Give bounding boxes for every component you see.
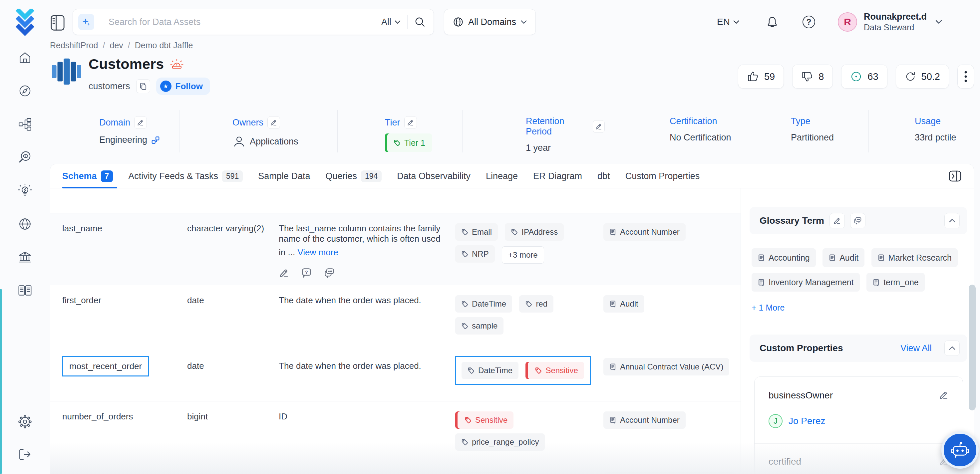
sidebar-toggle-icon[interactable] <box>50 14 65 30</box>
more-actions-button[interactable] <box>957 65 974 89</box>
edit-property-icon[interactable] <box>939 390 949 400</box>
tab-custom-properties[interactable]: Custom Properties <box>625 171 700 181</box>
glossary-term-chip[interactable]: Account Number <box>603 412 686 429</box>
table-row[interactable]: first_order date The date when the order… <box>50 285 741 346</box>
collapse-glossary-button[interactable] <box>944 213 960 228</box>
glossary-term-chip[interactable]: Market Research <box>872 248 958 267</box>
tag-chip[interactable]: NRP <box>455 245 495 262</box>
sensitive-tag-chip[interactable]: Sensitive <box>455 412 514 429</box>
observability-search-eye-icon[interactable] <box>18 150 33 165</box>
request-description-icon[interactable] <box>301 268 312 278</box>
chevron-down-icon[interactable] <box>935 20 942 24</box>
insights-bulb-icon[interactable] <box>18 183 33 199</box>
table-row[interactable]: last_name character varying(2) The last_… <box>50 213 741 285</box>
glossary-term-chip[interactable]: Inventory Management <box>752 273 860 291</box>
tab-sample-data[interactable]: Sample Data <box>258 171 310 181</box>
owners-value[interactable]: Applications <box>250 137 298 147</box>
table-row[interactable]: number_of_orders bigint ID Sensitive pri… <box>50 401 741 462</box>
edit-domain-button[interactable] <box>134 116 147 129</box>
user-info[interactable]: Rounakpreet.d Data Steward <box>864 11 927 33</box>
user-avatar[interactable]: R <box>838 12 857 32</box>
edit-owners-button[interactable] <box>267 116 280 129</box>
tab-er-diagram[interactable]: ER Diagram <box>533 171 582 181</box>
glossary-term-chip[interactable]: term_one <box>867 273 925 291</box>
edit-tier-button[interactable] <box>404 116 417 129</box>
column-name[interactable]: last_name <box>62 223 187 234</box>
home-icon[interactable] <box>18 50 33 65</box>
tag-chip[interactable]: IPAddress <box>505 223 564 241</box>
edit-glossary-button[interactable] <box>829 213 845 228</box>
language-dropdown[interactable]: EN <box>717 17 739 27</box>
column-name[interactable]: first_order <box>62 295 187 305</box>
all-domains-dropdown[interactable]: All Domains <box>444 9 536 35</box>
tag-chip[interactable]: DateTime <box>455 295 512 313</box>
usage-score-button[interactable]: 50.2 <box>896 65 949 89</box>
column-glossary-terms: Customer Lifetime Value (CLV) <box>603 472 749 474</box>
tab-dbt[interactable]: dbt <box>597 171 610 181</box>
glossary-book-icon[interactable] <box>18 283 33 298</box>
tag-chip[interactable]: Email <box>455 223 498 241</box>
sensitive-tag-chip[interactable]: Sensitive <box>525 362 584 379</box>
column-name[interactable]: number_of_orders <box>62 412 187 422</box>
glossary-term-chip[interactable]: Account Number <box>603 223 686 241</box>
search-icon[interactable] <box>414 16 426 28</box>
lineage-flow-icon[interactable] <box>18 116 33 132</box>
glossary-conversation-button[interactable] <box>850 213 865 228</box>
glossary-term-chip[interactable]: Annual Contract Value (ACV) <box>603 358 729 375</box>
glossary-term-chip[interactable]: Audit <box>822 248 864 267</box>
domain-value[interactable]: Engineering <box>99 135 147 145</box>
breadcrumb-database[interactable]: dev <box>110 41 123 50</box>
expand-panel-icon[interactable] <box>948 170 962 182</box>
column-name[interactable]: customer_lifetime_value <box>62 472 187 474</box>
table-row-highlighted[interactable]: most_recent_order date The date when the… <box>50 346 741 401</box>
tag-chip[interactable]: IPAddress <box>455 472 514 474</box>
explore-compass-icon[interactable] <box>18 83 33 99</box>
tag-chip[interactable]: sample <box>455 317 503 334</box>
govern-bank-icon[interactable] <box>18 250 33 265</box>
upvote-button[interactable]: 59 <box>738 65 784 89</box>
glossary-term-chip[interactable]: Customer Lifetime Value (CLV) <box>603 472 736 474</box>
highlighted-column-name[interactable]: most_recent_order <box>62 356 149 377</box>
tier-badge[interactable]: Tier 1 <box>385 134 432 152</box>
tab-schema[interactable]: Schema 7 <box>62 170 113 182</box>
edit-description-icon[interactable] <box>279 268 290 278</box>
view-more-link[interactable]: View more <box>298 247 338 258</box>
breadcrumb-service[interactable]: RedshiftProd <box>50 41 98 50</box>
domains-globe-icon[interactable] <box>18 216 33 232</box>
help-icon[interactable]: ? <box>802 16 815 28</box>
tag-chip[interactable]: red <box>519 295 554 313</box>
property-value-link[interactable]: Jo Perez <box>789 416 826 426</box>
settings-gear-icon[interactable] <box>18 414 33 429</box>
ai-sparkle-icon[interactable] <box>78 14 94 30</box>
ai-chatbot-button[interactable] <box>941 431 978 469</box>
glossary-term-chip[interactable]: Accounting <box>752 248 816 267</box>
glossary-term-chip[interactable]: Audit <box>603 295 644 313</box>
table-row[interactable]: customer_lifetime_value bigint No Descri… <box>50 462 741 474</box>
quality-score-button[interactable]: 63 <box>841 65 887 89</box>
view-all-link[interactable]: View All <box>900 343 932 353</box>
tab-queries[interactable]: Queries 194 <box>325 170 382 182</box>
more-terms-link[interactable]: + 1 More <box>752 303 965 313</box>
edit-retention-button[interactable] <box>593 120 605 133</box>
more-tags-chip[interactable]: +3 more <box>502 247 544 264</box>
follow-button[interactable]: ★ Follow <box>156 78 210 95</box>
downvote-button[interactable]: 8 <box>792 65 833 89</box>
search-input[interactable] <box>108 17 381 28</box>
copy-name-button[interactable] <box>136 79 150 93</box>
tab-data-observability[interactable]: Data Observability <box>397 171 471 181</box>
search-scope-dropdown[interactable]: All <box>381 17 401 27</box>
tab-lineage[interactable]: Lineage <box>486 171 518 181</box>
alert-siren-icon[interactable] <box>170 58 184 71</box>
tag-chip[interactable]: price_range_policy <box>455 433 545 451</box>
notifications-bell-icon[interactable] <box>766 16 778 28</box>
conversation-icon[interactable] <box>324 268 335 278</box>
app-logo-icon[interactable] <box>16 9 34 37</box>
collapse-custom-properties-button[interactable] <box>944 340 960 356</box>
logout-icon[interactable] <box>18 447 33 462</box>
column-name[interactable]: most_recent_order <box>62 356 187 377</box>
tab-activity-feeds[interactable]: Activity Feeds & Tasks 591 <box>128 170 243 182</box>
breadcrumb-schema[interactable]: Demo dbt Jaffle <box>135 41 193 50</box>
page-scrollbar-thumb[interactable] <box>969 285 976 410</box>
tag-chip[interactable]: DateTime <box>461 362 519 379</box>
link-icon[interactable] <box>151 136 160 145</box>
